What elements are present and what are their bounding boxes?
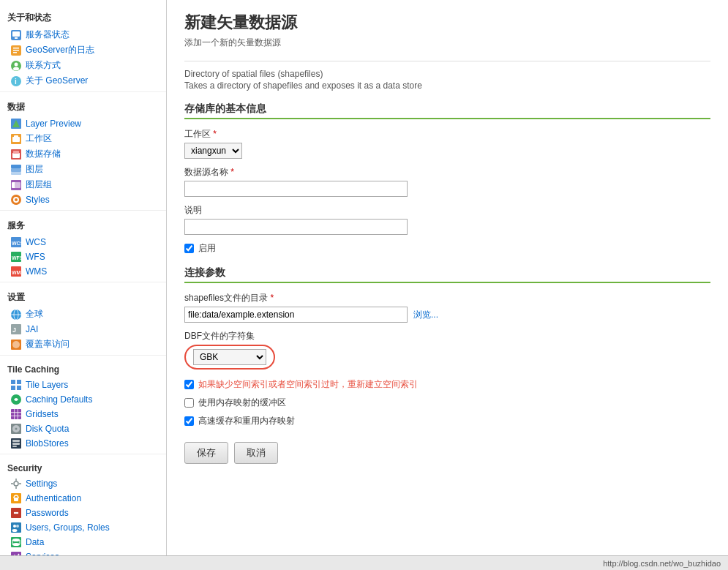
svg-rect-4 xyxy=(13,48,19,49)
enable-label: 启用 xyxy=(198,242,216,255)
sidebar-item-coverage[interactable]: 覆盖率访问 xyxy=(0,337,166,352)
sidebar-item-label: Gridsets xyxy=(26,409,59,419)
page-subtitle: 添加一个新的矢量数据源 xyxy=(184,37,710,49)
sidebar-item-jai[interactable]: J JAI xyxy=(0,322,166,337)
spatial-index-checkbox[interactable] xyxy=(184,380,194,389)
basic-info-title: 存储库的基本信息 xyxy=(184,102,710,119)
enable-row: 启用 xyxy=(184,242,710,255)
svg-point-9 xyxy=(13,67,19,70)
dbf-charset-label: DBF文件的字符集 xyxy=(184,330,710,342)
spatial-index-row: 如果缺少空间索引或者空间索引过时，重新建立空间索引 xyxy=(184,378,710,391)
sidebar-item-label: 图层组 xyxy=(26,179,52,191)
sidebar-section-security: Security xyxy=(0,457,166,476)
sidebar-item-label: WMS xyxy=(26,266,47,277)
sidebar-item-server-status[interactable]: 服务器状态 xyxy=(0,27,166,42)
sidebar-item-label: 关于 GeoServer xyxy=(26,75,88,87)
description-input[interactable] xyxy=(184,219,408,235)
sidebar-item-label: Caching Defaults xyxy=(26,394,92,405)
svg-rect-20 xyxy=(11,165,21,168)
dbf-charset-select[interactable]: GBK UTF-8 ISO-8859-1 GB2312 xyxy=(193,349,266,365)
svg-rect-47 xyxy=(11,409,21,419)
dbf-charset-group: DBF文件的字符集 GBK UTF-8 ISO-8859-1 GB2312 xyxy=(184,330,710,370)
sidebar-item-label: WCS xyxy=(26,237,46,247)
shapefiles-dir-row: 浏览... xyxy=(184,307,710,323)
sidebar-item-gridsets[interactable]: Gridsets xyxy=(0,407,166,421)
svg-text:WMS: WMS xyxy=(12,270,21,275)
auth-icon xyxy=(10,492,22,504)
sidebar-item-label: Tile Layers xyxy=(26,380,68,390)
sidebar-item-label: Data xyxy=(26,537,44,547)
memory-mapped-checkbox[interactable] xyxy=(184,398,194,408)
sidebar-item-wfs[interactable]: WFS WFS xyxy=(0,250,166,264)
sidebar-item-wcs[interactable]: WCS WCS xyxy=(0,235,166,250)
spatial-index-label: 如果缺少空间索引或者空间索引过时，重新建立空间索引 xyxy=(198,378,418,391)
svg-point-72 xyxy=(16,525,19,528)
sidebar-item-tile-layers[interactable]: Tile Layers xyxy=(0,378,166,392)
coverage-icon xyxy=(10,339,22,350)
sidebar-item-blobstores[interactable]: BlobStores xyxy=(0,436,166,451)
sidebar-item-label: Settings xyxy=(26,479,57,489)
statusbar-right: http://blog.csdn.net/wo_buzhidao xyxy=(603,559,721,568)
cache-reuse-checkbox[interactable] xyxy=(184,416,194,426)
svg-rect-56 xyxy=(12,440,20,442)
enable-checkbox[interactable] xyxy=(184,244,194,253)
sidebar-item-label: 全球 xyxy=(26,308,43,320)
sidebar-item-about[interactable]: i 关于 GeoServer xyxy=(0,73,166,89)
svg-rect-44 xyxy=(11,386,15,390)
password-icon xyxy=(10,507,22,519)
svg-point-28 xyxy=(15,198,18,201)
sidebar-item-label: Styles xyxy=(26,195,50,205)
svg-point-78 xyxy=(12,543,20,546)
sidebar-item-disk-quota[interactable]: Disk Quota xyxy=(0,421,166,436)
memory-mapped-row: 使用内存映射的缓冲区 xyxy=(184,397,710,409)
datasource-desc-line1: Directory of spatial files (shapefiles) xyxy=(184,69,710,79)
browse-link[interactable]: 浏览... xyxy=(413,309,438,321)
datasource-name-input[interactable] xyxy=(184,181,408,197)
workspace-icon xyxy=(10,133,22,145)
sidebar-item-users[interactable]: Users, Groups, Roles xyxy=(0,520,166,535)
layers-icon xyxy=(10,164,22,176)
svg-text:J: J xyxy=(12,326,16,334)
svg-rect-25 xyxy=(15,182,20,188)
sidebar-item-global[interactable]: 全球 xyxy=(0,307,166,322)
sidebar-item-label: 联系方式 xyxy=(26,59,61,72)
sidebar-item-label: GeoServer的日志 xyxy=(26,44,94,56)
sidebar-item-caching-defaults[interactable]: Caching Defaults xyxy=(0,392,166,407)
sidebar-item-layer-preview[interactable]: Layer Preview xyxy=(0,116,166,131)
sidebar-item-log[interactable]: GeoServer的日志 xyxy=(0,42,166,58)
sidebar-section-data: 数据 xyxy=(0,95,166,116)
svg-rect-45 xyxy=(17,386,21,390)
workspace-select[interactable]: xiangxun xyxy=(184,143,242,159)
sidebar-item-contact[interactable]: 联系方式 xyxy=(0,58,166,73)
sidebar-item-authentication[interactable]: Authentication xyxy=(0,491,166,506)
workspace-group: 工作区 * xiangxun xyxy=(184,128,710,159)
tile-layers-icon xyxy=(10,379,22,391)
sidebar-item-label: WFS xyxy=(26,252,45,262)
sidebar-item-styles[interactable]: Styles xyxy=(0,192,166,207)
sidebar-item-layers[interactable]: 图层 xyxy=(0,162,166,177)
sidebar-item-store[interactable]: 数据存储 xyxy=(0,146,166,162)
svg-rect-65 xyxy=(14,498,18,501)
sidebar-item-wms[interactable]: WMS WMS xyxy=(0,264,166,279)
shapefiles-dir-input[interactable] xyxy=(184,307,408,323)
svg-text:WFS: WFS xyxy=(12,255,21,260)
svg-point-73 xyxy=(12,529,18,532)
sidebar-item-workspace[interactable]: 工作区 xyxy=(0,131,166,146)
svg-rect-42 xyxy=(11,380,15,384)
sidebar-item-passwords[interactable]: Passwords xyxy=(0,506,166,520)
svg-rect-1 xyxy=(12,31,20,37)
save-button[interactable]: 保存 xyxy=(184,442,228,464)
svg-rect-58 xyxy=(12,446,17,447)
sidebar-item-sec-settings[interactable]: Settings xyxy=(0,476,166,491)
sidebar-item-data[interactable]: Data xyxy=(0,535,166,550)
sidebar-item-label: Users, Groups, Roles xyxy=(26,522,110,533)
sidebar-item-layer-group[interactable]: 图层组 xyxy=(0,177,166,192)
disk-icon xyxy=(10,423,22,435)
datasource-name-group: 数据源名称 * xyxy=(184,166,710,197)
sidebar-item-label: Disk Quota xyxy=(26,424,69,434)
cancel-button[interactable]: 取消 xyxy=(234,442,278,464)
workspace-label: 工作区 * xyxy=(184,128,710,140)
connection-params: 连接参数 shapefiles文件的目录 * 浏览... DBF文件的字符集 G… xyxy=(184,266,710,427)
about-icon: i xyxy=(10,75,22,87)
sidebar-item-label: Authentication xyxy=(26,493,81,503)
